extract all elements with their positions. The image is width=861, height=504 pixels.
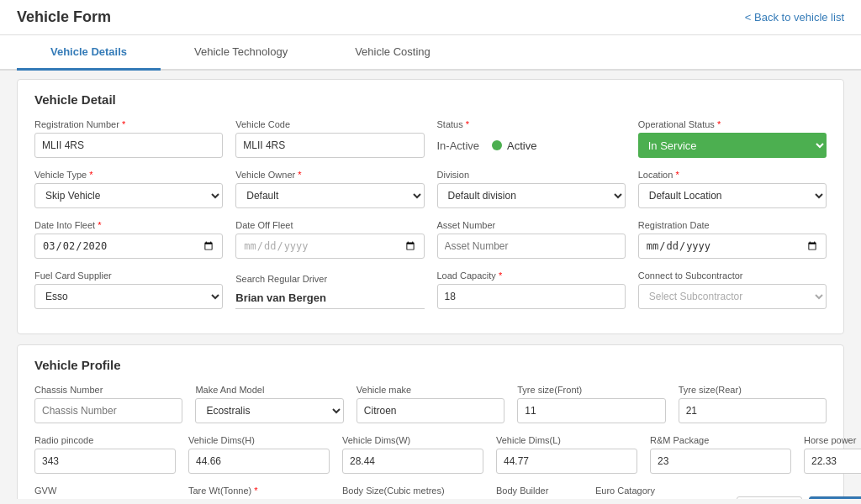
vehicle-make-group: Vehicle make — [357, 385, 504, 423]
driver-name-display[interactable]: Brian van Bergen — [235, 287, 424, 309]
chassis-number-input[interactable] — [34, 398, 182, 423]
tab-vehicle-technology[interactable]: Vehicle Technology — [161, 35, 321, 71]
make-model-label: Make And Model — [195, 385, 343, 395]
vehicle-dims-h-group: Vehicle Dims(H) — [188, 435, 330, 474]
date-into-fleet-label: Date Into Fleet * — [34, 220, 223, 230]
vehicle-dims-l-input[interactable] — [496, 449, 637, 474]
rm-package-group: R&M Package — [650, 435, 791, 474]
vehicle-type-group: Vehicle Type * Skip Vehicle — [34, 170, 223, 208]
vehicle-profile-section: Vehicle Profile Chassis Number Make And … — [17, 344, 844, 499]
profile-row-1: Chassis Number Make And Model Ecostralis… — [34, 385, 827, 423]
asset-number-group: Asset Number — [437, 220, 626, 259]
vehicle-type-label: Vehicle Type * — [34, 170, 223, 180]
registration-number-input[interactable] — [34, 133, 223, 158]
load-capacity-group: Load Capacity * — [437, 270, 626, 309]
status-inactive-label: In-Active — [437, 139, 480, 152]
load-capacity-label: Load Capacity * — [437, 270, 626, 281]
form-row-3: Date Into Fleet * Date Off Fleet Asset N… — [34, 220, 827, 259]
vehicle-owner-label: Vehicle Owner * — [235, 170, 424, 180]
vehicle-dims-w-input[interactable] — [342, 449, 483, 474]
tab-vehicle-costing[interactable]: Vehicle Costing — [321, 35, 464, 71]
asset-number-input[interactable] — [437, 234, 626, 259]
vehicle-owner-group: Vehicle Owner * Default — [235, 170, 424, 208]
registration-number-group: Registration Number * — [34, 119, 223, 158]
tabs-bar: Vehicle Details Vehicle Technology Vehic… — [0, 35, 861, 71]
vehicle-dims-l-group: Vehicle Dims(L) — [496, 435, 637, 474]
connect-subcontractor-select[interactable]: Select Subcontractor — [638, 284, 827, 309]
registration-date-group: Registration Date — [638, 220, 827, 259]
profile-row-2: Radio pincode Vehicle Dims(H) Vehicle Di… — [34, 435, 827, 474]
radio-pincode-label: Radio pincode — [34, 435, 176, 445]
back-to-list-link[interactable]: < Back to vehicle list — [745, 11, 844, 24]
date-into-fleet-input[interactable] — [34, 234, 223, 259]
cancel-button[interactable]: Cancel — [737, 496, 802, 499]
vehicle-code-input[interactable] — [235, 133, 424, 158]
horse-power-label: Horse power — [804, 435, 861, 445]
tyre-rear-group: Tyre size(Rear) — [679, 385, 827, 423]
active-indicator-dot — [492, 140, 502, 150]
status-group: Status * In-Active Active — [437, 119, 626, 158]
tyre-rear-input[interactable] — [679, 398, 827, 423]
division-select[interactable]: Default division — [437, 183, 626, 208]
registration-date-label: Registration Date — [638, 220, 827, 230]
location-select[interactable]: Default Location — [638, 183, 827, 208]
connect-subcontractor-group: Connect to Subcontractor Select Subcontr… — [638, 270, 827, 309]
tare-wt-label: Tare Wt(Tonne) * — [188, 486, 330, 496]
vehicle-dims-w-label: Vehicle Dims(W) — [342, 435, 483, 445]
connect-subcontractor-label: Connect to Subcontractor — [638, 270, 827, 281]
horse-power-input[interactable] — [804, 449, 861, 474]
vehicle-dims-h-input[interactable] — [188, 449, 330, 474]
tyre-front-label: Tyre size(Front) — [517, 385, 665, 395]
location-group: Location * Default Location — [638, 170, 827, 208]
date-into-fleet-group: Date Into Fleet * — [34, 220, 223, 259]
vehicle-code-group: Vehicle Code — [235, 119, 424, 158]
vehicle-detail-title: Vehicle Detail — [34, 92, 827, 107]
save-button[interactable]: Save — [809, 496, 861, 499]
location-label: Location * — [638, 170, 827, 180]
body-size-group: Body Size(Cubic metres) — [342, 486, 483, 499]
load-capacity-input[interactable] — [437, 284, 626, 309]
fuel-card-supplier-label: Fuel Card Supplier — [34, 270, 223, 281]
vehicle-make-input[interactable] — [357, 398, 504, 423]
vehicle-code-label: Vehicle Code — [235, 119, 424, 129]
registration-number-label: Registration Number * — [34, 119, 223, 129]
date-off-fleet-input[interactable] — [235, 234, 424, 259]
operational-status-select[interactable]: In Service — [638, 133, 827, 158]
gvw-group: GVW — [34, 486, 176, 499]
date-off-fleet-group: Date Off Fleet — [235, 220, 424, 259]
vehicle-owner-select[interactable]: Default — [235, 183, 424, 208]
tab-vehicle-details[interactable]: Vehicle Details — [17, 35, 161, 71]
rm-package-input[interactable] — [650, 449, 791, 474]
make-model-select[interactable]: Ecostralis — [195, 398, 343, 423]
tyre-rear-label: Tyre size(Rear) — [679, 385, 827, 395]
euro-category-label: Euro Catagory — [595, 486, 724, 496]
chassis-number-group: Chassis Number — [34, 385, 182, 423]
form-row-1: Registration Number * Vehicle Code Statu… — [34, 119, 827, 158]
vehicle-dims-l-label: Vehicle Dims(L) — [496, 435, 637, 445]
tyre-front-input[interactable] — [517, 398, 665, 423]
radio-pincode-input[interactable] — [34, 449, 176, 474]
operational-status-label: Operational Status * — [638, 119, 827, 129]
make-model-group: Make And Model Ecostralis — [195, 385, 343, 423]
division-label: Division — [437, 170, 626, 180]
euro-category-group: Euro Catagory Select Euro Catagory — [595, 486, 724, 499]
vehicle-profile-title: Vehicle Profile — [34, 358, 827, 372]
rm-package-label: R&M Package — [650, 435, 791, 445]
gvw-label: GVW — [34, 486, 176, 496]
page-title: Vehicle Form — [17, 8, 111, 26]
registration-date-input[interactable] — [638, 234, 827, 259]
chassis-number-label: Chassis Number — [34, 385, 182, 395]
horse-power-group: Horse power — [804, 435, 861, 474]
fuel-card-supplier-select[interactable]: Esso — [34, 284, 223, 309]
asset-number-label: Asset Number — [437, 220, 626, 230]
status-active-wrapper: Active — [492, 139, 536, 152]
vehicle-type-select[interactable]: Skip Vehicle — [34, 183, 223, 208]
form-row-2: Vehicle Type * Skip Vehicle Vehicle Owne… — [34, 170, 827, 208]
vehicle-detail-section: Vehicle Detail Registration Number * Veh… — [17, 79, 844, 334]
body-size-label: Body Size(Cubic metres) — [342, 486, 483, 496]
status-label: Status * — [437, 119, 626, 129]
vehicle-dims-w-group: Vehicle Dims(W) — [342, 435, 483, 474]
profile-row-3: GVW Tare Wt(Tonne) * Body Size(Cubic met… — [34, 486, 827, 499]
vehicle-make-label: Vehicle make — [357, 385, 504, 395]
regular-driver-group: Search Regular Driver Brian van Bergen — [235, 274, 424, 309]
